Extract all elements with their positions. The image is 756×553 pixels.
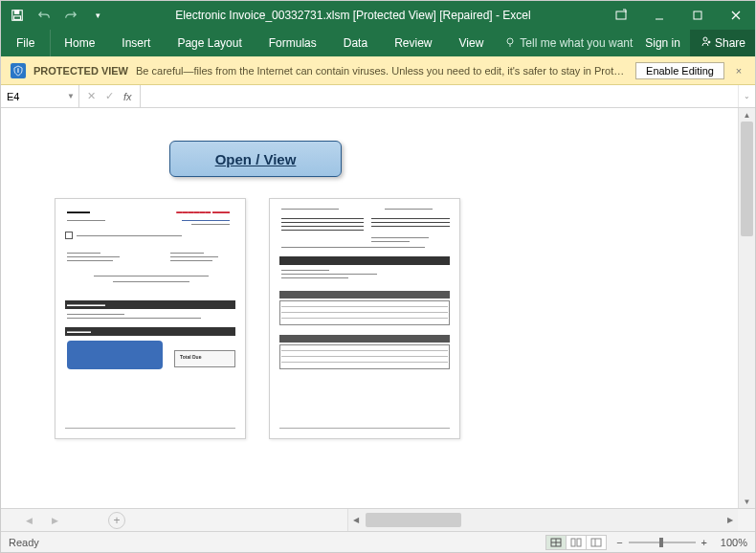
tab-insert[interactable]: Insert bbox=[108, 30, 164, 56]
svg-rect-3 bbox=[616, 11, 626, 19]
svg-rect-17 bbox=[577, 539, 581, 546]
status-bar: Ready − + 100% bbox=[1, 531, 755, 552]
tab-review[interactable]: Review bbox=[381, 30, 445, 56]
add-sheet-button[interactable]: + bbox=[108, 512, 125, 529]
page-break-view-button[interactable] bbox=[586, 535, 607, 550]
minimize-button[interactable] bbox=[640, 1, 678, 30]
svg-rect-1 bbox=[14, 11, 18, 14]
enable-editing-button[interactable]: Enable Editing bbox=[635, 62, 724, 79]
sheet-tabs: ◀ ▶ + bbox=[1, 512, 347, 529]
name-box[interactable]: E4 ▼ bbox=[1, 85, 79, 107]
signin-link[interactable]: Sign in bbox=[635, 30, 690, 56]
fx-icon[interactable]: fx bbox=[123, 91, 132, 102]
vertical-scrollbar[interactable]: ▲ ▼ bbox=[738, 108, 755, 508]
close-button[interactable] bbox=[717, 1, 755, 30]
view-mode-buttons bbox=[546, 535, 607, 550]
formula-bar: E4 ▼ ✕ ✓ fx ⌄ bbox=[1, 85, 755, 108]
formula-bar-buttons: ✕ ✓ fx bbox=[79, 85, 141, 107]
ribbon-tabs: File Home Insert Page Layout Formulas Da… bbox=[1, 30, 755, 56]
vertical-scroll-thumb[interactable] bbox=[741, 122, 753, 236]
document-thumbnail-2 bbox=[269, 198, 460, 439]
spreadsheet-grid: Open / View ▬▬▬▬ ▬▬▬▬▬▬ ▬▬▬ bbox=[1, 108, 755, 508]
undo-icon[interactable] bbox=[37, 9, 51, 22]
shield-icon: i bbox=[11, 63, 26, 78]
zoom-thumb[interactable] bbox=[659, 538, 663, 547]
share-label: Share bbox=[715, 36, 745, 50]
protected-view-bar: i PROTECTED VIEW Be careful—files from t… bbox=[1, 56, 755, 85]
file-tab[interactable]: File bbox=[1, 30, 51, 56]
thumbnail-2-content bbox=[270, 199, 459, 438]
svg-rect-16 bbox=[571, 539, 575, 546]
protected-view-close-icon[interactable]: × bbox=[732, 65, 745, 77]
horizontal-scrollbar[interactable]: ◀ ▶ bbox=[347, 509, 738, 531]
save-icon[interactable] bbox=[11, 9, 24, 22]
cancel-formula-icon[interactable]: ✕ bbox=[87, 90, 96, 102]
sheet-nav-next-icon[interactable]: ▶ bbox=[46, 516, 64, 525]
maximize-button[interactable] bbox=[678, 1, 717, 30]
accept-formula-icon[interactable]: ✓ bbox=[105, 90, 114, 102]
share-icon bbox=[700, 36, 711, 51]
protected-view-title: PROTECTED VIEW bbox=[33, 65, 128, 77]
svg-rect-5 bbox=[694, 11, 701, 19]
tell-me-placeholder: Tell me what you want to do... bbox=[520, 36, 635, 50]
lightbulb-icon bbox=[504, 36, 516, 51]
svg-point-10 bbox=[703, 37, 707, 41]
protected-view-message: Be careful—files from the Internet can c… bbox=[136, 65, 628, 77]
page-layout-view-button[interactable] bbox=[566, 535, 587, 550]
qat-customize-icon[interactable]: ▾ bbox=[91, 9, 104, 22]
tab-view[interactable]: View bbox=[446, 30, 498, 56]
scroll-right-icon[interactable]: ▶ bbox=[723, 516, 738, 524]
svg-point-11 bbox=[708, 41, 710, 43]
svg-text:i: i bbox=[17, 67, 19, 74]
zoom-out-button[interactable]: − bbox=[616, 537, 622, 548]
zoom-slider[interactable]: − + bbox=[616, 537, 707, 548]
share-button[interactable]: Share bbox=[690, 30, 755, 56]
zoom-percent[interactable]: 100% bbox=[707, 537, 747, 548]
scroll-up-icon[interactable]: ▲ bbox=[739, 108, 755, 122]
normal-view-button[interactable] bbox=[545, 535, 567, 550]
window-titlebar: ▾ Electronic Invoice_00332731.xlsm [Prot… bbox=[1, 1, 755, 30]
name-box-dropdown-icon[interactable]: ▼ bbox=[67, 92, 75, 100]
svg-rect-18 bbox=[591, 539, 601, 546]
open-view-button[interactable]: Open / View bbox=[169, 141, 342, 177]
tell-me-search[interactable]: Tell me what you want to do... bbox=[497, 30, 635, 56]
scroll-down-icon[interactable]: ▼ bbox=[739, 495, 755, 508]
svg-rect-2 bbox=[14, 16, 21, 20]
cell-reference: E4 bbox=[7, 91, 19, 102]
sheet-tab-bar: ◀ ▶ + ◀ ▶ bbox=[1, 508, 755, 531]
open-view-label: Open / View bbox=[215, 151, 297, 167]
tab-home[interactable]: Home bbox=[51, 30, 108, 56]
sheet-nav-prev-icon[interactable]: ◀ bbox=[20, 516, 38, 525]
tab-page-layout[interactable]: Page Layout bbox=[164, 30, 255, 56]
thumbnail-1-content: ▬▬▬▬ ▬▬▬▬▬▬ ▬▬▬ ▬▬▬▬▬▬▬▬ bbox=[56, 199, 245, 438]
status-ready: Ready bbox=[9, 537, 546, 548]
grid-content[interactable]: Open / View ▬▬▬▬ ▬▬▬▬▬▬ ▬▬▬ bbox=[1, 108, 738, 508]
ribbon-display-options-icon[interactable] bbox=[602, 1, 640, 30]
svg-point-8 bbox=[507, 38, 513, 44]
zoom-track[interactable] bbox=[629, 542, 696, 543]
window-title: Electronic Invoice_00332731.xlsm [Protec… bbox=[104, 9, 602, 22]
window-controls bbox=[602, 1, 755, 30]
tab-data[interactable]: Data bbox=[330, 30, 381, 56]
redo-icon[interactable] bbox=[64, 9, 78, 22]
tab-formulas[interactable]: Formulas bbox=[256, 30, 330, 56]
formula-input[interactable] bbox=[141, 85, 738, 107]
quick-access-toolbar: ▾ bbox=[1, 9, 104, 22]
horizontal-scroll-thumb[interactable] bbox=[366, 513, 461, 527]
document-thumbnail-1: ▬▬▬▬ ▬▬▬▬▬▬ ▬▬▬ ▬▬▬▬▬▬▬▬ bbox=[55, 198, 246, 439]
formula-bar-expand-icon[interactable]: ⌄ bbox=[738, 85, 755, 107]
scroll-left-icon[interactable]: ◀ bbox=[348, 516, 364, 524]
